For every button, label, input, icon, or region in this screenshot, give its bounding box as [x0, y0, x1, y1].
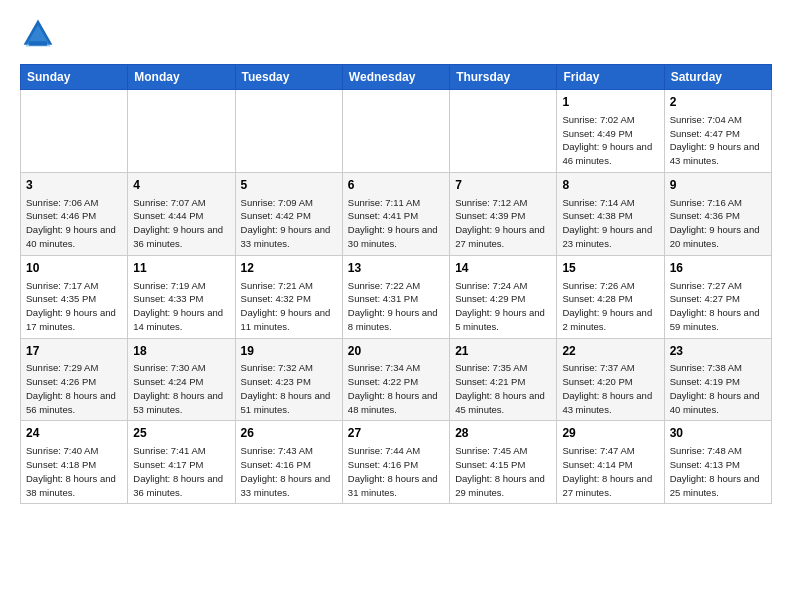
day-info: Sunrise: 7:43 AM Sunset: 4:16 PM Dayligh… — [241, 444, 337, 499]
calendar-cell: 7Sunrise: 7:12 AM Sunset: 4:39 PM Daylig… — [450, 172, 557, 255]
day-number: 19 — [241, 343, 337, 360]
day-number: 17 — [26, 343, 122, 360]
day-info: Sunrise: 7:27 AM Sunset: 4:27 PM Dayligh… — [670, 279, 766, 334]
day-info: Sunrise: 7:16 AM Sunset: 4:36 PM Dayligh… — [670, 196, 766, 251]
day-number: 25 — [133, 425, 229, 442]
calendar-header-tuesday: Tuesday — [235, 65, 342, 90]
day-info: Sunrise: 7:22 AM Sunset: 4:31 PM Dayligh… — [348, 279, 444, 334]
day-info: Sunrise: 7:11 AM Sunset: 4:41 PM Dayligh… — [348, 196, 444, 251]
calendar-cell: 15Sunrise: 7:26 AM Sunset: 4:28 PM Dayli… — [557, 255, 664, 338]
day-number: 24 — [26, 425, 122, 442]
calendar-cell — [128, 90, 235, 173]
day-info: Sunrise: 7:06 AM Sunset: 4:46 PM Dayligh… — [26, 196, 122, 251]
calendar-cell: 1Sunrise: 7:02 AM Sunset: 4:49 PM Daylig… — [557, 90, 664, 173]
day-number: 11 — [133, 260, 229, 277]
day-info: Sunrise: 7:04 AM Sunset: 4:47 PM Dayligh… — [670, 113, 766, 168]
calendar-cell: 30Sunrise: 7:48 AM Sunset: 4:13 PM Dayli… — [664, 421, 771, 504]
page-container: SundayMondayTuesdayWednesdayThursdayFrid… — [0, 0, 792, 514]
day-info: Sunrise: 7:14 AM Sunset: 4:38 PM Dayligh… — [562, 196, 658, 251]
calendar-cell: 20Sunrise: 7:34 AM Sunset: 4:22 PM Dayli… — [342, 338, 449, 421]
day-info: Sunrise: 7:40 AM Sunset: 4:18 PM Dayligh… — [26, 444, 122, 499]
day-number: 23 — [670, 343, 766, 360]
day-info: Sunrise: 7:30 AM Sunset: 4:24 PM Dayligh… — [133, 361, 229, 416]
calendar-cell: 12Sunrise: 7:21 AM Sunset: 4:32 PM Dayli… — [235, 255, 342, 338]
day-info: Sunrise: 7:37 AM Sunset: 4:20 PM Dayligh… — [562, 361, 658, 416]
day-number: 16 — [670, 260, 766, 277]
calendar-header-thursday: Thursday — [450, 65, 557, 90]
day-number: 12 — [241, 260, 337, 277]
day-info: Sunrise: 7:45 AM Sunset: 4:15 PM Dayligh… — [455, 444, 551, 499]
calendar-cell: 16Sunrise: 7:27 AM Sunset: 4:27 PM Dayli… — [664, 255, 771, 338]
day-number: 10 — [26, 260, 122, 277]
calendar-week-row: 1Sunrise: 7:02 AM Sunset: 4:49 PM Daylig… — [21, 90, 772, 173]
day-info: Sunrise: 7:35 AM Sunset: 4:21 PM Dayligh… — [455, 361, 551, 416]
day-info: Sunrise: 7:48 AM Sunset: 4:13 PM Dayligh… — [670, 444, 766, 499]
day-number: 18 — [133, 343, 229, 360]
calendar-table: SundayMondayTuesdayWednesdayThursdayFrid… — [20, 64, 772, 504]
day-info: Sunrise: 7:19 AM Sunset: 4:33 PM Dayligh… — [133, 279, 229, 334]
day-info: Sunrise: 7:29 AM Sunset: 4:26 PM Dayligh… — [26, 361, 122, 416]
calendar-cell: 21Sunrise: 7:35 AM Sunset: 4:21 PM Dayli… — [450, 338, 557, 421]
svg-rect-2 — [29, 41, 47, 46]
calendar-cell: 26Sunrise: 7:43 AM Sunset: 4:16 PM Dayli… — [235, 421, 342, 504]
day-info: Sunrise: 7:41 AM Sunset: 4:17 PM Dayligh… — [133, 444, 229, 499]
day-number: 3 — [26, 177, 122, 194]
day-number: 4 — [133, 177, 229, 194]
calendar-cell: 27Sunrise: 7:44 AM Sunset: 4:16 PM Dayli… — [342, 421, 449, 504]
calendar-cell — [450, 90, 557, 173]
calendar-cell: 13Sunrise: 7:22 AM Sunset: 4:31 PM Dayli… — [342, 255, 449, 338]
day-number: 5 — [241, 177, 337, 194]
calendar-cell: 17Sunrise: 7:29 AM Sunset: 4:26 PM Dayli… — [21, 338, 128, 421]
day-number: 6 — [348, 177, 444, 194]
calendar-cell: 4Sunrise: 7:07 AM Sunset: 4:44 PM Daylig… — [128, 172, 235, 255]
day-info: Sunrise: 7:24 AM Sunset: 4:29 PM Dayligh… — [455, 279, 551, 334]
calendar-header-row: SundayMondayTuesdayWednesdayThursdayFrid… — [21, 65, 772, 90]
day-number: 27 — [348, 425, 444, 442]
day-number: 29 — [562, 425, 658, 442]
calendar-header-monday: Monday — [128, 65, 235, 90]
day-info: Sunrise: 7:38 AM Sunset: 4:19 PM Dayligh… — [670, 361, 766, 416]
logo — [20, 16, 62, 52]
calendar-cell: 9Sunrise: 7:16 AM Sunset: 4:36 PM Daylig… — [664, 172, 771, 255]
calendar-week-row: 3Sunrise: 7:06 AM Sunset: 4:46 PM Daylig… — [21, 172, 772, 255]
calendar-cell — [235, 90, 342, 173]
calendar-cell: 18Sunrise: 7:30 AM Sunset: 4:24 PM Dayli… — [128, 338, 235, 421]
day-number: 14 — [455, 260, 551, 277]
day-number: 21 — [455, 343, 551, 360]
day-info: Sunrise: 7:21 AM Sunset: 4:32 PM Dayligh… — [241, 279, 337, 334]
day-info: Sunrise: 7:34 AM Sunset: 4:22 PM Dayligh… — [348, 361, 444, 416]
calendar-header-friday: Friday — [557, 65, 664, 90]
day-info: Sunrise: 7:02 AM Sunset: 4:49 PM Dayligh… — [562, 113, 658, 168]
calendar-cell — [21, 90, 128, 173]
day-info: Sunrise: 7:17 AM Sunset: 4:35 PM Dayligh… — [26, 279, 122, 334]
day-info: Sunrise: 7:12 AM Sunset: 4:39 PM Dayligh… — [455, 196, 551, 251]
calendar-header-saturday: Saturday — [664, 65, 771, 90]
day-number: 28 — [455, 425, 551, 442]
day-number: 2 — [670, 94, 766, 111]
day-number: 7 — [455, 177, 551, 194]
day-info: Sunrise: 7:09 AM Sunset: 4:42 PM Dayligh… — [241, 196, 337, 251]
calendar-cell: 6Sunrise: 7:11 AM Sunset: 4:41 PM Daylig… — [342, 172, 449, 255]
calendar-week-row: 24Sunrise: 7:40 AM Sunset: 4:18 PM Dayli… — [21, 421, 772, 504]
calendar-cell: 10Sunrise: 7:17 AM Sunset: 4:35 PM Dayli… — [21, 255, 128, 338]
calendar-cell: 5Sunrise: 7:09 AM Sunset: 4:42 PM Daylig… — [235, 172, 342, 255]
day-info: Sunrise: 7:47 AM Sunset: 4:14 PM Dayligh… — [562, 444, 658, 499]
day-info: Sunrise: 7:32 AM Sunset: 4:23 PM Dayligh… — [241, 361, 337, 416]
calendar-week-row: 10Sunrise: 7:17 AM Sunset: 4:35 PM Dayli… — [21, 255, 772, 338]
calendar-cell: 22Sunrise: 7:37 AM Sunset: 4:20 PM Dayli… — [557, 338, 664, 421]
calendar-cell: 28Sunrise: 7:45 AM Sunset: 4:15 PM Dayli… — [450, 421, 557, 504]
day-number: 9 — [670, 177, 766, 194]
day-number: 26 — [241, 425, 337, 442]
calendar-cell: 2Sunrise: 7:04 AM Sunset: 4:47 PM Daylig… — [664, 90, 771, 173]
day-info: Sunrise: 7:07 AM Sunset: 4:44 PM Dayligh… — [133, 196, 229, 251]
calendar-cell: 11Sunrise: 7:19 AM Sunset: 4:33 PM Dayli… — [128, 255, 235, 338]
calendar-cell: 24Sunrise: 7:40 AM Sunset: 4:18 PM Dayli… — [21, 421, 128, 504]
calendar-cell: 3Sunrise: 7:06 AM Sunset: 4:46 PM Daylig… — [21, 172, 128, 255]
calendar-cell: 8Sunrise: 7:14 AM Sunset: 4:38 PM Daylig… — [557, 172, 664, 255]
calendar-cell: 14Sunrise: 7:24 AM Sunset: 4:29 PM Dayli… — [450, 255, 557, 338]
calendar-week-row: 17Sunrise: 7:29 AM Sunset: 4:26 PM Dayli… — [21, 338, 772, 421]
calendar-header-sunday: Sunday — [21, 65, 128, 90]
page-header — [20, 16, 772, 52]
day-number: 1 — [562, 94, 658, 111]
day-info: Sunrise: 7:26 AM Sunset: 4:28 PM Dayligh… — [562, 279, 658, 334]
